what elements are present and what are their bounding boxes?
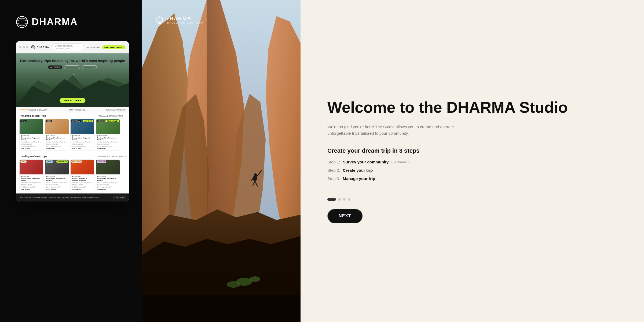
wellness-card-4-info: CULTURAL Boxing with a Purpose in Mexico… bbox=[96, 174, 120, 191]
wellness-card-2-dates: 16 - 20 September, 2024 bbox=[46, 186, 68, 188]
wellness-category-dot-4 bbox=[97, 176, 98, 177]
football-card-1-name: Boxing with a Purpose in Mexico bbox=[21, 137, 42, 141]
wellness-card-3-old-price: $2,200 bbox=[72, 188, 76, 190]
category-dot-3 bbox=[72, 135, 73, 137]
view-all-trips-btn[interactable]: VIEW ALL TRIPS bbox=[60, 98, 85, 103]
nav-host-trip[interactable]: HOST A TRIP bbox=[87, 46, 100, 49]
hero-dharma-tagline: TRAVEL FOR YOUR WHY bbox=[165, 21, 204, 24]
football-card-4-host: with Carl Burchell and Aliyah Sims bbox=[97, 141, 119, 143]
hero-dharma-title: DHARMA bbox=[165, 16, 204, 21]
wellness-card-3: LIFE COACH CULTURAL Boxing a Jab with a … bbox=[70, 159, 94, 191]
football-card-3-dates: 16 - 20 September, 2024 bbox=[72, 145, 93, 147]
wellness-category-dot-1 bbox=[21, 176, 22, 177]
filter-community[interactable]: COMMUNITY bbox=[64, 65, 80, 69]
football-card-1: YOGA CULTURAL Boxing with a Purpose in M… bbox=[19, 119, 43, 151]
filter-all-trips[interactable]: ALL TRIPS bbox=[48, 65, 62, 69]
wellness-card-4-dates: 16 - 20 September, 2024 bbox=[97, 186, 119, 188]
football-card-1-info: CULTURAL Boxing with a Purpose in Mexico… bbox=[20, 134, 43, 150]
wellness-card-1: YOGA CULTURAL Boxing with a Purpose in M… bbox=[19, 159, 43, 191]
wellness-card-3-badge: LIFE COACH bbox=[71, 160, 82, 163]
trust-stars: ★★★★★ bbox=[19, 109, 27, 111]
football-card-3-info: CULTURAL Boxing with a Purpose in Mexico… bbox=[71, 134, 94, 150]
step-1-value: Survey your community bbox=[343, 160, 389, 164]
football-card-2-category: CULTURAL bbox=[46, 135, 68, 137]
wellness-card-2-image: HIKING LAST SPACES bbox=[45, 160, 69, 174]
browser-dot-yellow bbox=[23, 46, 25, 48]
football-section: Trending Football Trips VIEW ALL FOOTBAL… bbox=[16, 112, 129, 153]
studio-title: Welcome to the DHARMA Studio bbox=[327, 99, 617, 116]
wellness-card-2: HIKING LAST SPACES CULTURAL Boxing with … bbox=[45, 159, 69, 191]
svg-rect-9 bbox=[72, 74, 72, 75]
football-card-3-host: with Carl Burchell and Aliyah Sims bbox=[72, 141, 93, 143]
pagination-dot-4[interactable] bbox=[348, 198, 350, 201]
wellness-card-4: LIFESTYLE CULTURAL Boxing with a Purpose… bbox=[96, 159, 120, 191]
browser-window-controls bbox=[19, 46, 28, 48]
nav-explore-trips[interactable]: EXPLORE TRIPS ▾ bbox=[102, 45, 126, 49]
trust-rating-label: Trustpilot bbox=[28, 109, 36, 111]
wellness-card-1-info: CULTURAL Boxing with a Purpose in Mexico… bbox=[20, 174, 43, 191]
pagination-dot-2[interactable] bbox=[338, 198, 341, 201]
wellness-card-2-price: $2,200$2,000 bbox=[46, 188, 68, 190]
wellness-card-2-last-spaces: LAST SPACES bbox=[56, 160, 68, 163]
wellness-card-4-name: Boxing with a Purpose in Mexico bbox=[97, 178, 119, 181]
hero-background: Extraordinary trips hosted by the world'… bbox=[16, 53, 129, 107]
wellness-category-dot-2 bbox=[46, 176, 47, 177]
wellness-card-2-info: CULTURAL Boxing with a Purpose in Mexico… bbox=[45, 174, 69, 191]
category-dot-4 bbox=[97, 135, 98, 137]
view-all-wellness[interactable]: VIEW ALL WELLNESS TRIPS ‹ › bbox=[98, 156, 126, 158]
football-card-1-host: with Carl Burchell and Aliyah Sims bbox=[21, 141, 42, 143]
wellness-card-1-location: TIJUANA, MEXICO bbox=[21, 184, 42, 186]
hero-background-image: DHARMA TRAVEL FOR YOUR WHY bbox=[142, 0, 301, 322]
browser-bar: DHARMA Search for hosts, passions, trips… bbox=[16, 41, 129, 53]
football-card-4-image: ADVENTURE EXCLUSIVE bbox=[96, 119, 120, 134]
football-card-4-dates: 16 - 20 September, 2024 bbox=[97, 145, 119, 147]
step-2-label: Step 2: bbox=[327, 168, 340, 173]
trust-data-protection: DATA PROTECTED bbox=[68, 109, 85, 111]
filter-wellness[interactable]: WELLNESS bbox=[82, 65, 97, 69]
brand-name: DHARMA bbox=[32, 16, 78, 28]
wellness-card-3-info: CULTURAL Boxing a Jab with a Purpose in … bbox=[71, 174, 94, 191]
hero-logo-text-block: DHARMA TRAVEL FOR YOUR WHY bbox=[165, 16, 204, 24]
wellness-card-3-image: LIFE COACH bbox=[71, 160, 94, 174]
wellness-card-1-badge: YOGA bbox=[20, 160, 27, 163]
football-card-2-price: from $2,000 bbox=[46, 148, 68, 149]
hero-image-panel: DHARMA TRAVEL FOR YOUR WHY bbox=[142, 0, 301, 322]
hero-logo-with-icon: DHARMA TRAVEL FOR YOUR WHY bbox=[156, 16, 204, 24]
football-card-1-location: TIJUANA, MEXICO bbox=[21, 143, 42, 145]
about-us-btn[interactable]: ABOUT US bbox=[113, 196, 126, 199]
trust-bar: ★★★★★ Trustpilot EXCELLENT DATA PROTECTE… bbox=[16, 107, 129, 112]
pagination-dot-1[interactable] bbox=[327, 198, 336, 201]
football-card-3-price: from $2,000 bbox=[72, 148, 93, 149]
hero-dharma-logo: DHARMA TRAVEL FOR YOUR WHY bbox=[156, 16, 204, 25]
football-trip-cards: YOGA CULTURAL Boxing with a Purpose in M… bbox=[19, 119, 126, 151]
football-card-2-name: Boxing with a Purpose in Mexico bbox=[46, 137, 68, 141]
browser-search-bar[interactable]: Search for hosts, passions, trips... bbox=[52, 43, 84, 51]
wellness-card-1-dates: 16 - 20 September, 2024 bbox=[21, 186, 42, 188]
football-card-3-image: FOOTBALL LAST SPOTS bbox=[71, 119, 94, 134]
step-3-value: Manage your trip bbox=[343, 176, 375, 181]
wellness-card-1-price: from $2,000 bbox=[21, 188, 42, 190]
browser-nav: HOST A TRIP EXPLORE TRIPS ▾ bbox=[87, 45, 126, 49]
football-card-2-image: YOGA bbox=[45, 119, 69, 134]
view-all-football[interactable]: VIEW ALL FOOTBALL TRIPS ‹ › bbox=[98, 115, 126, 117]
step-3: Step 3: Manage your trip bbox=[327, 176, 617, 181]
football-card-3-name: Boxing with a Purpose in Mexico bbox=[72, 137, 93, 141]
hero-title: Extraordinary trips hosted by the world'… bbox=[16, 59, 129, 63]
browser-dot-red bbox=[19, 46, 21, 48]
football-card-3-location: TIJUANA, MEXICO bbox=[72, 143, 93, 145]
wellness-card-3-dates: 16 - 20 September, 2024 bbox=[72, 186, 93, 188]
wellness-card-4-badge: LIFESTYLE bbox=[97, 160, 106, 163]
step-1-label: Step 1: bbox=[327, 160, 340, 164]
football-card-3-last-spots: LAST SPOTS bbox=[83, 120, 93, 122]
wellness-card-3-name: Boxing a Jab with a Purpose in Mexico bbox=[72, 178, 93, 181]
football-card-3-category: CULTURAL bbox=[72, 135, 93, 137]
dharma-logo-icon bbox=[16, 16, 28, 28]
wellness-card-2-host: with Carl Burchell and Aliyah Sims bbox=[46, 182, 68, 184]
wellness-section-header: Trending Wellness Trips VIEW ALL WELLNES… bbox=[19, 155, 126, 158]
pagination-dot-3[interactable] bbox=[343, 198, 346, 201]
trust-excellent: EXCELLENT bbox=[37, 109, 48, 111]
wellness-card-3-category: CULTURAL bbox=[72, 175, 93, 177]
wellness-card-1-image: YOGA bbox=[20, 160, 43, 174]
mockup-hero-text: Extraordinary trips hosted by the world'… bbox=[16, 59, 129, 69]
next-button[interactable]: NEXT bbox=[327, 209, 363, 223]
